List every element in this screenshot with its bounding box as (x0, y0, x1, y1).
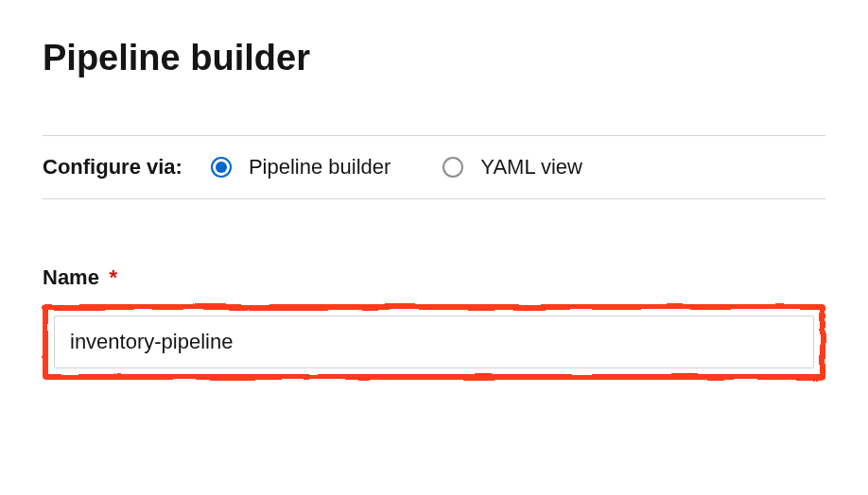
radio-icon (443, 157, 463, 178)
required-indicator: * (109, 265, 117, 289)
configure-via-label: Configure via: (43, 155, 182, 179)
name-label-wrap: Name * (43, 265, 825, 290)
radio-label: YAML view (480, 155, 582, 179)
form-section: Name * (43, 265, 825, 380)
highlight-annotation (43, 304, 825, 380)
radio-icon (211, 157, 232, 178)
name-field-label: Name (43, 265, 99, 289)
radio-label: Pipeline builder (249, 155, 391, 179)
configure-via-radio-group: Pipeline builder YAML view (211, 155, 582, 179)
page-title: Pipeline builder (43, 38, 825, 78)
radio-pipeline-builder[interactable]: Pipeline builder (211, 155, 391, 179)
radio-yaml-view[interactable]: YAML view (443, 155, 582, 179)
configure-via-section: Configure via: Pipeline builder YAML vie… (43, 135, 825, 199)
name-input[interactable] (54, 316, 814, 368)
